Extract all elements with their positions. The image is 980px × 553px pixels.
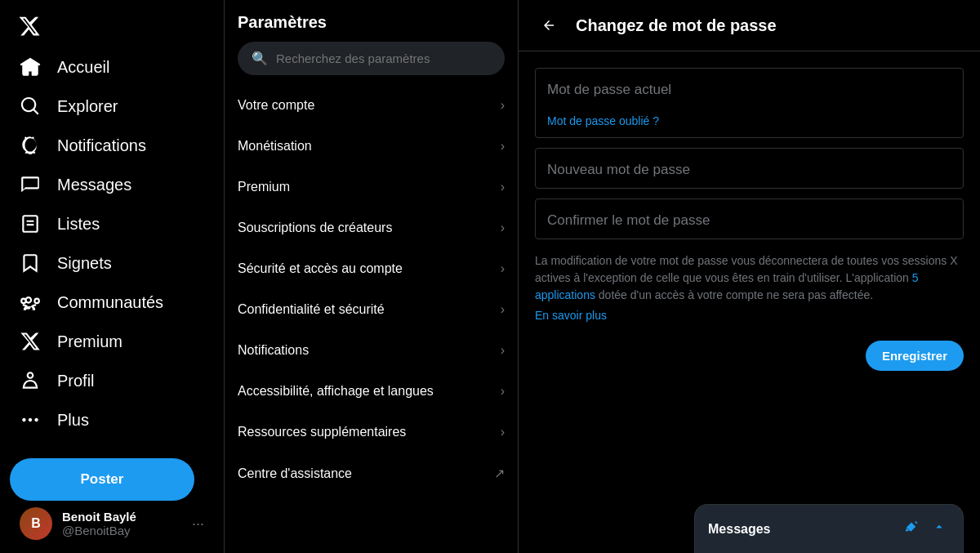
sidebar-item-explore[interactable]: Explorer xyxy=(10,87,214,125)
sidebar-item-lists-label: Listes xyxy=(57,215,100,234)
change-password-panel: Changez de mot de passe Mot de passe oub… xyxy=(519,0,980,553)
current-password-input[interactable] xyxy=(536,69,963,108)
bookmarks-icon xyxy=(20,252,41,274)
sidebar-item-profile[interactable]: Profil xyxy=(10,362,214,399)
messages-bar-title: Messages xyxy=(708,522,771,537)
settings-search-box[interactable]: 🔍 xyxy=(238,42,505,75)
menu-item-premium-label: Premium xyxy=(238,180,290,194)
sidebar-item-messages-label: Messages xyxy=(57,176,131,194)
menu-item-accessibility[interactable]: Accessibilité, affichage et langues › xyxy=(225,371,518,412)
sidebar-item-premium-label: Premium xyxy=(57,332,122,351)
menu-item-monetisation-label: Monétisation xyxy=(238,139,312,154)
menu-item-resources-arrow: › xyxy=(501,425,505,439)
sidebar-item-more[interactable]: Plus xyxy=(10,401,214,439)
premium-icon xyxy=(20,331,41,352)
menu-item-accessibility-arrow: › xyxy=(501,384,505,399)
sidebar-item-home-label: Accueil xyxy=(57,58,109,77)
user-profile[interactable]: B Benoit Baylé @BenoitBay ··· xyxy=(10,501,214,546)
settings-search-input[interactable] xyxy=(276,51,491,65)
sidebar-item-premium[interactable]: Premium xyxy=(10,323,214,360)
profile-icon xyxy=(20,370,41,391)
user-info: Benoit Baylé @BenoitBay xyxy=(62,510,182,537)
sidebar-item-messages[interactable]: Messages xyxy=(10,166,214,203)
messages-bar-icons xyxy=(901,516,950,542)
forgot-password-link[interactable]: Mot de passe oublié ? xyxy=(536,111,963,137)
save-button[interactable]: Enregistrer xyxy=(866,341,964,371)
menu-item-notifications-arrow: › xyxy=(501,343,505,358)
new-message-icon[interactable] xyxy=(901,516,922,542)
menu-item-help-label: Centre d'assistance xyxy=(238,466,352,481)
menu-item-subscriptions[interactable]: Souscriptions de créateurs › xyxy=(225,207,518,248)
sidebar-item-notifications[interactable]: Notifications xyxy=(10,127,214,164)
sidebar: Accueil Explorer Notifications Messages xyxy=(0,0,225,553)
sidebar-item-profile-label: Profil xyxy=(57,372,95,390)
avatar: B xyxy=(20,507,52,540)
sidebar-nav: Accueil Explorer Notifications Messages xyxy=(10,48,214,452)
settings-header: Paramètres 🔍 xyxy=(225,0,518,85)
user-name: Benoit Baylé xyxy=(62,510,182,524)
menu-item-privacy-arrow: › xyxy=(501,302,505,317)
settings-panel: Paramètres 🔍 Votre compte › Monétisation… xyxy=(225,0,519,553)
current-password-group: Mot de passe oublié ? xyxy=(535,68,964,138)
lists-icon xyxy=(20,213,41,234)
sidebar-item-home[interactable]: Accueil xyxy=(10,48,214,86)
menu-item-account-arrow: › xyxy=(501,98,505,113)
menu-item-security-label: Sécurité et accès au compte xyxy=(238,261,403,276)
user-handle: @BenoitBay xyxy=(62,524,182,537)
post-button[interactable]: Poster xyxy=(10,458,194,501)
explore-icon xyxy=(20,96,41,117)
menu-item-help[interactable]: Centre d'assistance ↗ xyxy=(225,453,518,494)
sidebar-item-more-label: Plus xyxy=(57,411,89,430)
home-icon xyxy=(20,56,41,78)
menu-item-subscriptions-arrow: › xyxy=(501,221,505,235)
menu-item-privacy-label: Confidentialité et sécurité xyxy=(238,302,385,317)
notifications-icon xyxy=(20,135,41,156)
collapse-messages-icon[interactable] xyxy=(929,516,950,542)
settings-menu-list: Votre compte › Monétisation › Premium › … xyxy=(225,85,518,494)
menu-item-notifications-label: Notifications xyxy=(238,343,309,358)
menu-item-resources-label: Ressources supplémentaires xyxy=(238,425,406,439)
menu-item-security[interactable]: Sécurité et accès au compte › xyxy=(225,248,518,289)
sidebar-item-notifications-label: Notifications xyxy=(57,136,146,155)
password-info-text: La modification de votre mot de passe vo… xyxy=(535,249,964,328)
menu-item-monetisation[interactable]: Monétisation › xyxy=(225,126,518,167)
menu-item-security-arrow: › xyxy=(501,261,505,276)
search-icon: 🔍 xyxy=(252,51,268,66)
settings-title: Paramètres xyxy=(238,13,505,32)
x-logo[interactable] xyxy=(10,7,48,45)
confirm-password-input[interactable] xyxy=(536,199,963,239)
more-icon xyxy=(20,409,41,430)
sidebar-item-communities[interactable]: Communautés xyxy=(10,283,214,321)
sidebar-item-bookmarks-label: Signets xyxy=(57,254,112,273)
user-more-dots: ··· xyxy=(192,515,204,533)
info-text-part1: La modification de votre mot de passe vo… xyxy=(535,254,958,284)
back-button[interactable] xyxy=(535,11,563,39)
confirm-password-group xyxy=(535,198,964,239)
menu-item-resources[interactable]: Ressources supplémentaires › xyxy=(225,412,518,453)
new-password-group xyxy=(535,148,964,189)
change-password-form: Mot de passe oublié ? La modification de… xyxy=(519,51,980,553)
new-password-input[interactable] xyxy=(536,149,963,188)
menu-item-notifications[interactable]: Notifications › xyxy=(225,330,518,371)
menu-item-monetisation-arrow: › xyxy=(501,139,505,154)
menu-item-account[interactable]: Votre compte › xyxy=(225,85,518,126)
sidebar-item-explore-label: Explorer xyxy=(57,97,118,116)
learn-more-link[interactable]: En savoir plus xyxy=(535,307,964,324)
menu-item-account-label: Votre compte xyxy=(238,98,314,113)
sidebar-item-communities-label: Communautés xyxy=(57,293,163,312)
communities-icon xyxy=(20,292,41,313)
messages-bar[interactable]: Messages xyxy=(694,504,964,553)
messages-icon xyxy=(20,174,41,195)
menu-item-privacy[interactable]: Confidentialité et sécurité › xyxy=(225,289,518,330)
change-password-title: Changez de mot de passe xyxy=(576,16,777,35)
change-password-header: Changez de mot de passe xyxy=(519,0,980,51)
menu-item-accessibility-label: Accessibilité, affichage et langues xyxy=(238,384,434,399)
sidebar-item-bookmarks[interactable]: Signets xyxy=(10,244,214,282)
menu-item-premium-arrow: › xyxy=(501,180,505,194)
menu-item-help-arrow: ↗ xyxy=(494,466,505,481)
sidebar-item-lists[interactable]: Listes xyxy=(10,205,214,243)
save-button-row: Enregistrer xyxy=(535,337,964,374)
info-text-part2: dotée d'un accès à votre compte ne sera … xyxy=(595,288,873,301)
menu-item-subscriptions-label: Souscriptions de créateurs xyxy=(238,221,392,235)
menu-item-premium[interactable]: Premium › xyxy=(225,167,518,207)
